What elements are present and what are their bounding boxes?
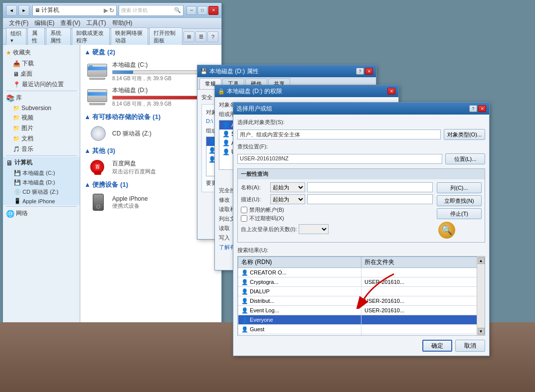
sidebar-item-subversion[interactable]: 📁 Subversion (3, 104, 80, 113)
table-row[interactable]: 👤 Guest (238, 325, 485, 334)
search-placeholder: 搜索 计算机 (121, 7, 174, 14)
name-query-select[interactable]: 起始为 (270, 182, 305, 192)
object-type-btn[interactable]: 对象类型(O)... (444, 129, 485, 140)
organize-btn[interactable]: 组织 ▾ (6, 28, 26, 46)
permission-title-bar: 🔒 本地磁盘 (D:) 的权限 ✕ (215, 85, 398, 97)
sidebar-item-cd[interactable]: 💿 CD 驱动器 (Z:) (3, 187, 80, 197)
no-expire-label: 不过期密码(X) (249, 215, 284, 222)
sidebar-item-docs[interactable]: 📁 文档 (3, 133, 80, 144)
cd-name: CD 驱动器 (Z:) (112, 130, 152, 138)
max-btn[interactable]: □ (197, 6, 207, 15)
properties-close-btn[interactable]: ✕ (365, 68, 373, 75)
view-toggle-btn[interactable]: ⊞ (183, 31, 194, 42)
select-user-dialog: 选择用户或组 ? ✕ 选择此对象类型(S): 用户、组或内置安全主体 对象类型(… (233, 102, 490, 356)
system-properties-btn[interactable]: 系统属性 (46, 27, 71, 46)
search-icon: 🔍 (174, 7, 181, 13)
main-window: ◄ ► 🖥 计算机 ▶ ↻ 搜索 计算机 🔍 ─ □ ✕ 文件(F) 编辑(E) (0, 0, 535, 392)
network-section: 🌐 网络 (3, 208, 80, 219)
help-icon[interactable]: ? (207, 31, 218, 42)
menu-file[interactable]: 文件(F) (6, 18, 31, 28)
days-select[interactable] (299, 224, 329, 234)
baidu-name: 百度网盘 (112, 159, 156, 168)
table-row[interactable]: 👤 DIALUP (238, 287, 485, 296)
disabled-accounts-label: 禁用的帐户(B) (249, 206, 284, 214)
stop-btn[interactable]: 停止(T) (437, 208, 482, 219)
iphone-desc: 便携式设备 (112, 202, 148, 210)
library-section: 📚 库 📁 Subversion 📁 视频 📁 图片 (3, 92, 80, 154)
no-expire-checkbox[interactable] (241, 215, 247, 222)
sidebar-item-iphone[interactable]: 📱 Apple iPhone (3, 197, 80, 205)
properties-title: 本地磁盘 (D:) 属性 (209, 67, 259, 76)
results-container: 名称 (RDN) 所在文件夹 👤 CREATOR O...👤 Cryptogra… (237, 256, 485, 336)
search-now-btn[interactable]: 立即查找(N) (437, 195, 482, 206)
sidebar-item-desktop[interactable]: 🖥 桌面 (3, 69, 80, 79)
explorer-title-bar: ◄ ► 🖥 计算机 ▶ ↻ 搜索 计算机 🔍 ─ □ ✕ (3, 3, 221, 18)
results-label: 搜索结果(U): (237, 247, 485, 254)
table-row[interactable]: 👤 Distribut...USER-201610... (238, 296, 485, 306)
permission-close-btn[interactable]: ✕ (387, 88, 395, 95)
sidebar-item-video[interactable]: 📁 视频 (3, 113, 80, 123)
back-btn[interactable]: ◄ (6, 5, 17, 16)
sidebar-item-download[interactable]: 📥 下载 (3, 58, 80, 69)
object-type-label: 选择此对象类型(S): (237, 119, 297, 126)
desc-query-select[interactable]: 起始为 (270, 194, 305, 204)
name-query-input[interactable] (307, 182, 433, 192)
menu-view[interactable]: 查看(V) (57, 18, 83, 28)
days-label: 自上次登录后的天数(I): (241, 226, 297, 233)
desc-query-input[interactable] (307, 194, 433, 204)
min-btn[interactable]: ─ (186, 6, 196, 15)
iphone-name: Apple iPhone (112, 195, 148, 202)
column-btn[interactable]: 列(C)... (437, 182, 482, 193)
cancel-btn[interactable]: 取消 (455, 340, 485, 352)
properties-btn[interactable]: 属性 (27, 27, 44, 46)
network-header[interactable]: 🌐 网络 (3, 208, 80, 219)
forward-btn[interactable]: ► (18, 5, 29, 16)
menu-help[interactable]: 帮助(H) (109, 18, 136, 28)
general-query-title: 一般性查询 (238, 169, 485, 179)
select-user-help-btn[interactable]: ? (469, 105, 477, 112)
hard-disks-header[interactable]: ▲ 硬盘 (2) (84, 48, 217, 57)
favorites-section: ★ 收藏夹 📥 下载 🖥 桌面 📍 最近访问的位置 (3, 47, 80, 90)
table-row[interactable]: 👤 Everyone (238, 315, 485, 325)
disabled-accounts-checkbox[interactable] (241, 207, 247, 213)
sidebar-item-pictures[interactable]: 📁 图片 (3, 123, 80, 133)
select-user-title-bar: 选择用户或组 ? ✕ (233, 103, 489, 115)
location-label: 查找位置(F): (237, 143, 297, 150)
select-user-title: 选择用户或组 (236, 105, 272, 113)
col-name: 名称 (RDN) (238, 257, 361, 268)
sidebar-item-recent[interactable]: 📍 最近访问的位置 (3, 79, 80, 90)
confirm-btn[interactable]: 确定 (422, 340, 452, 352)
baidu-desc: 双击运行百度网盘 (112, 168, 156, 175)
menu-tools[interactable]: 工具(T) (83, 18, 109, 28)
sidebar-item-c[interactable]: 💾 本地磁盘 (C:) (3, 168, 80, 178)
sidebar-item-d[interactable]: 💾 本地磁盘 (D:) (3, 178, 80, 187)
location-btn[interactable]: 位置(L)... (445, 153, 485, 164)
table-row[interactable]: 👤 Cryptogra...USER-201610... (238, 277, 485, 287)
sidebar-item-music[interactable]: 🎵 音乐 (3, 144, 80, 154)
properties-help-btn[interactable]: ? (356, 68, 364, 75)
computer-header[interactable]: 🖥 计算机 (3, 157, 80, 168)
address-bar[interactable]: 🖥 计算机 ▶ ↻ (32, 5, 117, 16)
col-folder: 所在文件夹 (361, 257, 485, 268)
content-area: ★ 收藏夹 📥 下载 🖥 桌面 📍 最近访问的位置 (3, 45, 221, 328)
close-btn[interactable]: ✕ (208, 6, 218, 15)
computer-section: 🖥 计算机 💾 本地磁盘 (C:) 💾 本地磁盘 (D:) 💿 CD 驱动器 (… (3, 157, 80, 205)
table-row[interactable]: 👤 Event Log...USER-201610... (238, 306, 485, 315)
table-row[interactable]: 👤 CREATOR O... (238, 268, 485, 277)
control-panel-btn[interactable]: 打开控制面板 (149, 27, 182, 46)
search-bar[interactable]: 搜索 计算机 🔍 (119, 5, 183, 16)
menu-edit[interactable]: 编辑(E) (31, 18, 57, 28)
favorites-header[interactable]: ★ 收藏夹 (3, 47, 80, 58)
properties-title-bar: 💾 本地磁盘 (D:) 属性 ? ✕ (197, 65, 376, 77)
uninstall-btn[interactable]: 卸载或更改程序 (72, 27, 109, 46)
view-list-btn[interactable]: ☰ (195, 31, 206, 42)
table-row[interactable]: 👤 GuestsUSER-201610... (238, 334, 485, 336)
library-header[interactable]: 📚 库 (3, 92, 80, 104)
address-text: 计算机 (41, 6, 103, 14)
object-type-value: 用户、组或内置安全主体 (237, 130, 441, 139)
name-query-label: 名称(A): (241, 184, 268, 191)
refresh-icon[interactable]: ↻ (109, 7, 114, 14)
select-user-close-btn[interactable]: ✕ (478, 105, 486, 112)
map-drive-btn[interactable]: 映射网络驱动器 (111, 27, 148, 46)
permission-title: 本地磁盘 (D:) 的权限 (227, 87, 282, 96)
